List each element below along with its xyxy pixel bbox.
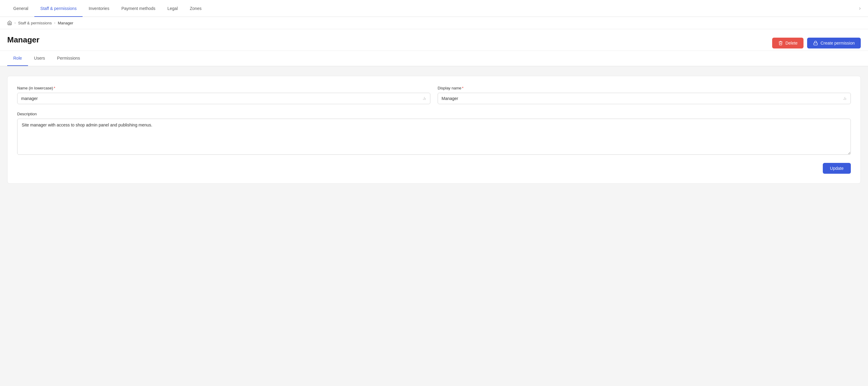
nav-item-legal[interactable]: Legal [161, 0, 184, 17]
name-input-icon [422, 96, 427, 101]
display-name-input-wrapper [438, 93, 851, 104]
display-name-label: Display name* [438, 86, 851, 90]
description-textarea[interactable]: Site manager with access to shop admin p… [17, 119, 851, 155]
breadcrumb-home-icon[interactable] [7, 21, 12, 25]
breadcrumb-separator-2: › [54, 21, 56, 25]
display-name-group: Display name* [438, 86, 851, 104]
nav-item-zones[interactable]: Zones [184, 0, 208, 17]
name-group: Name (in lowercase)* [17, 86, 430, 104]
tab-role[interactable]: Role [7, 51, 28, 66]
lock-icon [813, 41, 818, 45]
breadcrumb: › Staff & permissions › Manager [0, 17, 868, 29]
description-label: Description [17, 112, 37, 116]
update-button[interactable]: Update [823, 163, 851, 174]
nav-item-staff-permissions[interactable]: Staff & permissions [34, 0, 83, 17]
content-area: Name (in lowercase)* Display name* [0, 66, 868, 386]
breadcrumb-manager: Manager [58, 21, 73, 25]
name-row: Name (in lowercase)* Display name* [17, 86, 851, 104]
name-input-wrapper [17, 93, 430, 104]
description-group: Description Site manager with access to … [17, 111, 851, 156]
breadcrumb-separator-1: › [14, 21, 16, 25]
create-permission-button[interactable]: Create permission [807, 38, 861, 48]
display-name-input[interactable] [441, 93, 843, 104]
page-header: Manager Delete Create permission [0, 29, 868, 51]
tab-permissions[interactable]: Permissions [51, 51, 86, 66]
name-label: Name (in lowercase)* [17, 86, 430, 90]
nav-item-general[interactable]: General [7, 0, 34, 17]
svg-rect-0 [814, 43, 817, 45]
role-tabs: Role Users Permissions [0, 51, 868, 66]
page-title: Manager [7, 35, 39, 50]
form-actions: Update [17, 163, 851, 174]
tab-users[interactable]: Users [28, 51, 51, 66]
name-required-marker: * [54, 86, 55, 90]
nav-items: General Staff & permissions Inventories … [7, 0, 859, 17]
form-card: Name (in lowercase)* Display name* [7, 76, 861, 184]
name-input[interactable] [21, 93, 422, 104]
display-name-required-marker: * [462, 86, 464, 90]
header-actions: Delete Create permission [772, 38, 861, 48]
nav-item-inventories[interactable]: Inventories [83, 0, 115, 17]
delete-button[interactable]: Delete [772, 38, 804, 48]
display-name-input-icon [843, 96, 847, 101]
top-navigation: General Staff & permissions Inventories … [0, 0, 868, 17]
delete-icon [778, 41, 783, 45]
breadcrumb-staff-permissions[interactable]: Staff & permissions [18, 21, 52, 25]
nav-scroll-right-icon[interactable]: › [859, 5, 861, 11]
nav-item-payment-methods[interactable]: Payment methods [116, 0, 161, 17]
